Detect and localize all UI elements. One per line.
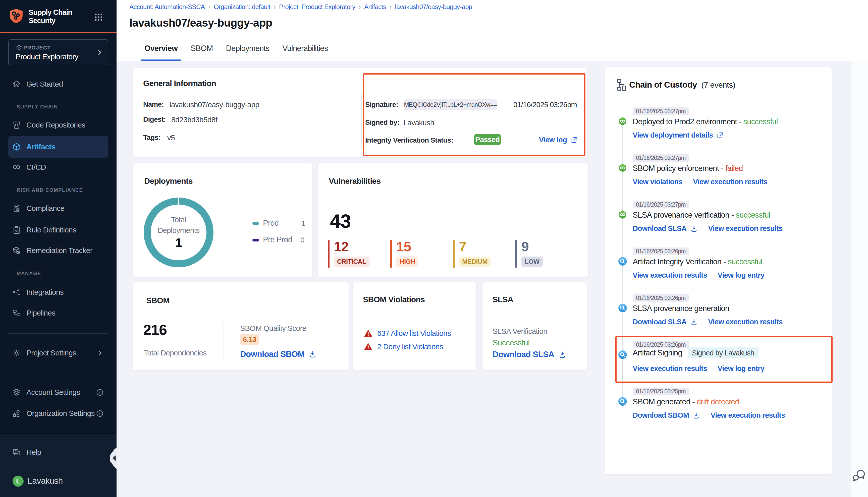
- svg-text:?: ?: [15, 450, 17, 453]
